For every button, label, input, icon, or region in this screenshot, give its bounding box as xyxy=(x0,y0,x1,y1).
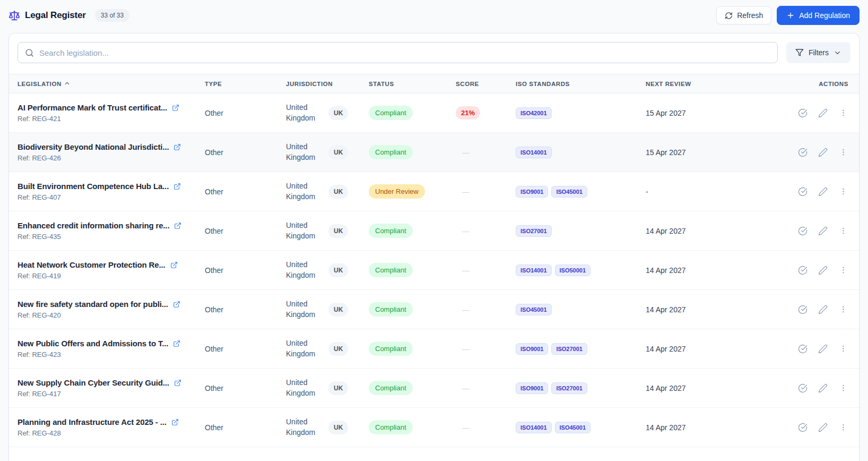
status-badge: Compliant xyxy=(369,302,413,317)
more-options-button[interactable] xyxy=(836,145,850,160)
mark-complete-button[interactable] xyxy=(795,224,810,238)
jurisdiction-value: United Kingdom xyxy=(286,299,320,320)
column-header-next-review[interactable]: NEXT REVIEW xyxy=(637,81,754,87)
status-cell: Compliant xyxy=(369,145,456,159)
kebab-menu-icon xyxy=(839,305,848,314)
score-cell: — xyxy=(456,344,507,354)
check-circle-icon xyxy=(798,305,808,314)
mark-complete-button[interactable] xyxy=(795,381,810,396)
column-header-iso-standards[interactable]: ISO STANDARDS xyxy=(507,81,637,87)
mark-complete-button[interactable] xyxy=(795,145,810,160)
table-row[interactable]: New fire safety standard open for publi.… xyxy=(9,290,859,329)
mark-complete-button[interactable] xyxy=(795,184,810,199)
filters-button-label: Filters xyxy=(809,48,829,57)
column-header-score[interactable]: SCORE xyxy=(456,81,507,87)
jurisdiction-value: United Kingdom xyxy=(286,378,320,398)
jurisdiction-cell: United Kingdom UK xyxy=(286,299,369,320)
legislation-name: Heat Network Customer Protection Re... xyxy=(18,260,166,269)
jurisdiction-code-badge: UK xyxy=(328,263,348,277)
mark-complete-button[interactable] xyxy=(795,342,810,356)
iso-standards-cell: ISO45001 xyxy=(507,304,637,315)
table-header-row: LEGISLATION TYPE JURISDICTION STATUS SCO… xyxy=(9,74,859,93)
table-toolbar: Filters xyxy=(9,33,859,74)
type-value: Other xyxy=(205,227,286,235)
external-link-icon[interactable] xyxy=(173,301,180,308)
more-options-button[interactable] xyxy=(836,381,850,396)
table-row[interactable]: Built Environment Competence Hub La... R… xyxy=(9,172,859,211)
score-value: — xyxy=(456,266,470,275)
jurisdiction-cell: United Kingdom UK xyxy=(286,417,369,438)
more-options-button[interactable] xyxy=(836,224,850,238)
external-link-icon[interactable] xyxy=(174,222,181,229)
edit-button[interactable] xyxy=(815,263,830,278)
status-cell: Compliant xyxy=(369,342,456,356)
column-header-legislation[interactable]: LEGISLATION xyxy=(9,80,205,87)
check-circle-icon xyxy=(798,226,808,236)
check-circle-icon xyxy=(798,108,808,118)
table-row[interactable]: Enhanced credit information sharing re..… xyxy=(9,211,859,251)
more-options-button[interactable] xyxy=(836,263,850,278)
more-options-button[interactable] xyxy=(836,106,850,121)
iso-standards-cell: ISO14001 xyxy=(507,147,637,158)
column-header-type[interactable]: TYPE xyxy=(205,81,286,87)
table-row[interactable]: Planning and Infrastructure Act 2025 - .… xyxy=(9,408,859,447)
table-row[interactable]: AI Performance Mark of Trust certificat.… xyxy=(9,93,859,133)
external-link-icon[interactable] xyxy=(173,340,180,347)
search-input[interactable] xyxy=(39,48,770,57)
more-options-button[interactable] xyxy=(836,184,850,199)
status-badge: Compliant xyxy=(369,224,413,238)
legislation-cell: AI Performance Mark of Trust certificat.… xyxy=(9,103,205,123)
table-row[interactable]: New Public Offers and Admissions to T...… xyxy=(9,329,859,369)
edit-button[interactable] xyxy=(815,302,830,317)
score-cell: — xyxy=(456,423,507,432)
type-value: Other xyxy=(205,187,286,196)
legislation-ref: Ref: REG-421 xyxy=(18,115,195,123)
external-link-icon[interactable] xyxy=(174,379,181,387)
kebab-menu-icon xyxy=(839,226,848,235)
jurisdiction-code-badge: UK xyxy=(328,146,348,159)
jurisdiction-code-badge: UK xyxy=(328,421,348,434)
plus-icon xyxy=(786,11,795,20)
refresh-button[interactable]: Refresh xyxy=(716,6,771,24)
table-row[interactable]: Biodiversity Beyond National Jurisdicti.… xyxy=(9,133,859,172)
table-row[interactable]: Heat Network Customer Protection Re... R… xyxy=(9,251,859,290)
filters-button[interactable]: Filters xyxy=(786,42,850,63)
next-review-value: 15 Apr 2027 xyxy=(637,148,754,157)
legislation-ref: Ref: REG-426 xyxy=(18,154,195,162)
external-link-icon[interactable] xyxy=(173,143,181,151)
external-link-icon[interactable] xyxy=(173,183,181,190)
actions-cell xyxy=(754,145,859,160)
edit-button[interactable] xyxy=(815,420,830,435)
more-options-button[interactable] xyxy=(836,342,850,356)
add-regulation-button[interactable]: Add Regulation xyxy=(777,6,860,25)
edit-button[interactable] xyxy=(815,184,830,199)
mark-complete-button[interactable] xyxy=(795,106,810,121)
edit-button[interactable] xyxy=(815,342,830,356)
actions-cell xyxy=(754,106,859,121)
refresh-button-label: Refresh xyxy=(737,11,763,20)
edit-button[interactable] xyxy=(815,106,830,121)
more-options-button[interactable] xyxy=(836,302,850,317)
more-options-button[interactable] xyxy=(836,420,850,435)
legislation-cell: New Public Offers and Admissions to T...… xyxy=(9,339,205,358)
legislation-ref: Ref: REG-428 xyxy=(18,429,195,437)
legislation-ref: Ref: REG-435 xyxy=(18,233,195,241)
mark-complete-button[interactable] xyxy=(795,263,810,278)
legislation-cell: New Supply Chain Cyber Security Guid... … xyxy=(9,378,205,398)
external-link-icon[interactable] xyxy=(172,104,179,112)
mark-complete-button[interactable] xyxy=(795,302,810,317)
legislation-name: New fire safety standard open for publi.… xyxy=(18,300,168,309)
score-value: — xyxy=(456,227,470,235)
column-header-jurisdiction[interactable]: JURISDICTION xyxy=(286,81,369,87)
edit-button[interactable] xyxy=(815,381,830,396)
external-link-icon[interactable] xyxy=(171,419,179,426)
column-header-status[interactable]: STATUS xyxy=(369,81,456,87)
mark-complete-button[interactable] xyxy=(795,420,810,435)
check-circle-icon xyxy=(798,266,808,275)
edit-button[interactable] xyxy=(815,145,830,160)
actions-cell xyxy=(754,302,859,317)
table-row[interactable]: New Supply Chain Cyber Security Guid... … xyxy=(9,369,859,408)
external-link-icon[interactable] xyxy=(170,261,178,269)
edit-button[interactable] xyxy=(815,224,830,238)
kebab-menu-icon xyxy=(839,383,848,392)
